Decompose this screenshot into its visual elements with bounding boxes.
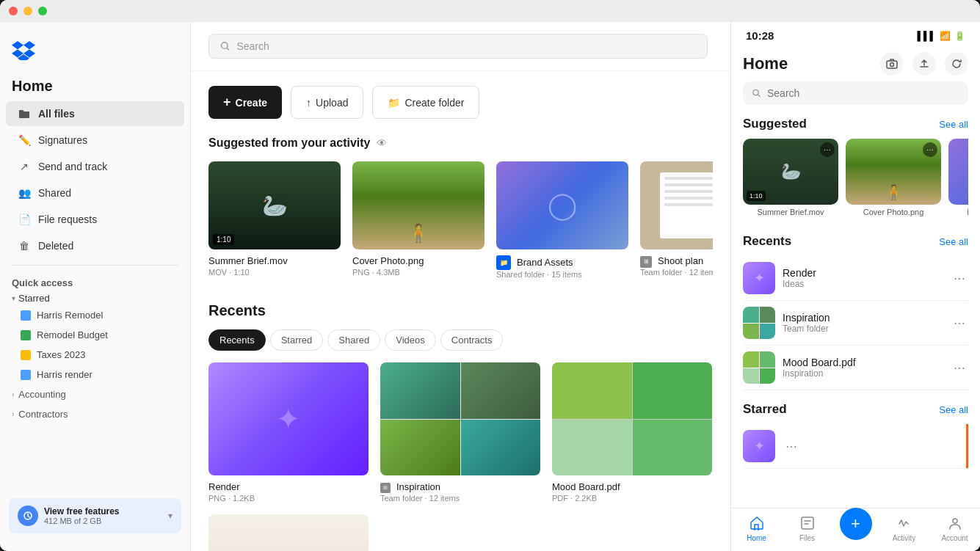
mobile-recents-see-all[interactable]: See all — [939, 236, 968, 247]
mobile-mood-board-sub: Inspiration — [783, 368, 943, 379]
upload-button[interactable]: ↑ Upload — [291, 86, 363, 119]
mood-board-meta: PDF · 2.2KB — [552, 494, 712, 503]
suggested-grid: 🦢 1:10 Summer Brief.mov MOV · 1:10 🧍 — [208, 161, 713, 279]
summer-brief-thumb: 🦢 1:10 — [208, 161, 341, 249]
recent-file-inspiration[interactable]: ⊞ Inspiration Team folder · 12 items — [380, 362, 540, 503]
tab-shared[interactable]: Shared — [327, 329, 380, 351]
tab-recents[interactable]: Recents — [208, 329, 266, 351]
spreadsheet-icon — [21, 330, 31, 340]
mobile-suggested-see-all[interactable]: See all — [939, 119, 968, 130]
starred-item-harris-render[interactable]: Harris render — [0, 365, 190, 384]
camera-button[interactable] — [880, 52, 904, 76]
eye-icon[interactable]: 👁 — [377, 137, 387, 149]
upload-icon-mobile — [918, 58, 930, 70]
mobile-render-name: Render — [783, 267, 943, 279]
starred-item-harris-remodel[interactable]: Harris Remodel — [0, 305, 190, 325]
mobile-search-input[interactable] — [767, 87, 959, 99]
accounting-label: Accounting — [18, 389, 65, 400]
starred-item-remodel-budget[interactable]: Remodel Budget — [0, 325, 190, 345]
mobile-nav-add[interactable]: + — [840, 508, 872, 540]
minimize-button[interactable] — [23, 7, 32, 15]
suggested-file-summer-brief[interactable]: 🦢 1:10 Summer Brief.mov MOV · 1:10 — [208, 161, 341, 279]
view-free-features-button[interactable]: View free features 412 MB of 2 GB ▾ — [9, 498, 181, 533]
mobile-panel: 10:28 ▌▌▌ 📶 🔋 Home — [730, 22, 980, 551]
mobile-starred-item[interactable]: ✦ ⋯ — [743, 424, 968, 469]
shared-label: Shared — [38, 187, 71, 199]
create-folder-button[interactable]: 📁 Create folder — [372, 86, 479, 119]
mobile-recent-mood-board[interactable]: Mood Board.pdf Inspiration ⋯ — [743, 346, 968, 390]
mobile-nav-account[interactable]: Account — [937, 514, 973, 542]
recent-file-mood-board[interactable]: Mood Board.pdf PDF · 2.2KB — [552, 362, 712, 503]
suggested-file-shoot-plan[interactable]: ⊞ Shoot plan Team folder · 12 items — [640, 161, 713, 279]
battery-icon: 🔋 — [954, 31, 965, 41]
brand-assets-meta: Shared folder · 15 items — [496, 270, 628, 279]
mobile-search-bar[interactable] — [743, 81, 968, 105]
upload-button-mobile[interactable] — [912, 52, 936, 76]
team-folder-icon-sm: ⊞ — [380, 483, 391, 493]
mobile-render-thumb: ✦ — [743, 262, 775, 294]
mobile-header-actions — [880, 52, 968, 76]
camera-icon — [886, 58, 898, 70]
mobile-recent-render[interactable]: ✦ Render Ideas ⋯ — [743, 256, 968, 301]
mobile-starred-more-btn[interactable]: ⋯ — [783, 437, 800, 456]
mobile-summer-brief-thumb: 🦢 1:10 ⋯ — [743, 139, 838, 205]
recent-file-render[interactable]: ✦ Render PNG · 1.2KB — [208, 362, 369, 503]
mobile-suggested-summer-brief[interactable]: 🦢 1:10 ⋯ Summer Brief.mov — [743, 139, 838, 216]
mobile-mood-board-more-btn[interactable]: ⋯ — [951, 358, 968, 378]
inspiration-thumb — [380, 362, 540, 475]
suggested-title: Suggested from your activity — [208, 136, 371, 150]
sidebar-item-signatures[interactable]: ✏️ Signatures — [6, 128, 184, 153]
mobile-render-sub: Ideas — [783, 279, 943, 289]
accounting-item[interactable]: › Accounting — [0, 384, 190, 404]
mobile-recent-inspiration[interactable]: Inspiration Team folder ⋯ — [743, 301, 968, 346]
search-icon — [219, 40, 231, 52]
suggested-file-brand-assets[interactable]: ◯ 📁 Brand Assets Shared folder · 15 item… — [496, 161, 628, 279]
mobile-nav-files[interactable]: Files — [789, 514, 826, 542]
mobile-nav-home[interactable]: Home — [738, 514, 775, 542]
dropbox-logo[interactable] — [0, 31, 190, 75]
sidebar-item-deleted[interactable]: 🗑 Deleted — [6, 233, 184, 258]
starred-section-toggle[interactable]: ▾ Starred — [0, 291, 190, 305]
divider — [12, 265, 178, 266]
recent-file-remodels[interactable]: 🏠 ⊞ Remodels Team folder · 38 items — [208, 514, 369, 551]
mobile-content: Suggested See all 🦢 1:10 ⋯ Summer Brief.… — [731, 114, 980, 508]
tab-contracts[interactable]: Contracts — [440, 329, 504, 351]
mobile-summer-brief-label: Summer Brief.mov — [743, 208, 838, 216]
mobile-header: Home — [731, 46, 980, 81]
brand-assets-name: Brand Assets — [517, 257, 573, 268]
mobile-cover-more-btn[interactable]: ⋯ — [923, 142, 937, 157]
mobile-starred-see-all[interactable]: See all — [939, 404, 968, 415]
activity-nav-label: Activity — [893, 534, 916, 542]
sidebar-item-file-requests[interactable]: 📄 File requests — [6, 207, 184, 232]
home-icon — [748, 514, 766, 532]
maximize-button[interactable] — [38, 7, 47, 15]
tab-videos[interactable]: Videos — [385, 329, 436, 351]
taxes-label: Taxes 2023 — [37, 349, 86, 360]
search-input[interactable] — [236, 40, 697, 52]
suggested-file-cover-photo[interactable]: 🧍 Cover Photo.png PNG · 4.3MB — [352, 161, 484, 279]
mobile-nav-activity[interactable]: Activity — [886, 514, 923, 542]
mobile-title: Home — [743, 54, 788, 73]
starred-item-taxes[interactable]: Taxes 2023 — [0, 345, 190, 365]
svg-rect-5 — [802, 517, 813, 529]
mobile-more-btn[interactable]: ⋯ — [820, 142, 835, 157]
sidebar-item-shared[interactable]: 👥 Shared — [6, 180, 184, 205]
tab-starred[interactable]: Starred — [270, 329, 324, 351]
send-icon: ↗ — [18, 160, 31, 173]
search-bar[interactable] — [208, 34, 708, 59]
create-button[interactable]: + Recents Create — [208, 86, 282, 119]
mobile-suggested-brand[interactable]: ◯ Brand — [948, 139, 968, 216]
signal-icon: ▌▌▌ — [917, 31, 936, 41]
sidebar-item-all-files[interactable]: All files — [6, 101, 184, 126]
refresh-button[interactable] — [945, 52, 968, 76]
close-button[interactable] — [9, 7, 18, 15]
mobile-bottom-nav: Home Files + — [731, 508, 980, 551]
shared-icon: 👥 — [18, 186, 31, 200]
mobile-inspiration-sub: Team folder — [783, 324, 943, 334]
mobile-inspiration-more-btn[interactable]: ⋯ — [951, 313, 968, 333]
titlebar — [0, 0, 980, 22]
mobile-suggested-cover-photo[interactable]: 🧍 ⋯ Cover Photo.png — [846, 139, 941, 216]
contractors-item[interactable]: › Contractors — [0, 404, 190, 424]
mobile-render-more-btn[interactable]: ⋯ — [951, 269, 968, 288]
sidebar-item-send-track[interactable]: ↗ Send and track — [6, 154, 184, 179]
